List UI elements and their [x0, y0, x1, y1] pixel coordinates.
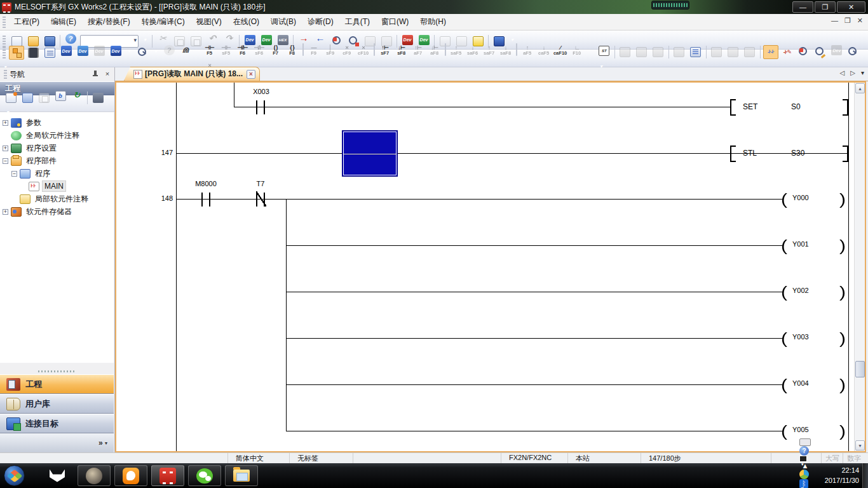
ladder-delete-hline-button[interactable]: ×cF9: [339, 43, 355, 58]
ladder-open-branch-button[interactable]: ⊣⊢sF5: [218, 43, 234, 58]
instruction-name[interactable]: STL: [743, 149, 757, 158]
ladder-pulse-open-button[interactable]: ↑saF5: [448, 43, 464, 58]
closed-contact-t7[interactable]: [256, 193, 265, 207]
restore-button[interactable]: ❐: [815, 1, 836, 13]
nav-connection-destination-button[interactable]: 连接目标: [0, 414, 114, 433]
taskbar-uc-browser-button[interactable]: [114, 465, 147, 486]
expand-toggle-icon[interactable]: [11, 196, 17, 202]
tree-item-device-memory[interactable]: +软元件存储器: [0, 205, 114, 218]
device-search-button[interactable]: [135, 46, 150, 60]
mdi-close-button[interactable]: ✕: [857, 17, 863, 25]
tree-item-main[interactable]: MAIN: [0, 180, 114, 193]
tray-window-icon[interactable]: [799, 456, 807, 462]
title-bar[interactable]: MELSOFT系列 GX Works2 (工程未设置) - [[PRG]读取 M…: [0, 0, 868, 14]
separator[interactable]: [516, 43, 517, 56]
separator[interactable]: [760, 46, 761, 58]
ladder-invert-falling-button[interactable]: ↓caF5: [536, 43, 552, 58]
cc-link-button[interactable]: Dev: [92, 44, 107, 58]
taskbar-wechat-button[interactable]: [188, 465, 221, 486]
ladder-pulse-falling-button[interactable]: ↓⊢sF8: [393, 43, 409, 58]
ladder-close-contact-button[interactable]: ⊣/⊢F6: [234, 43, 250, 58]
menu-tools[interactable]: 工具(T): [339, 15, 376, 29]
separator[interactable]: [302, 43, 304, 56]
menu-online[interactable]: 在线(O): [227, 15, 265, 29]
edit-cursor-cell[interactable]: [342, 130, 398, 177]
navigation-window-toggle-button[interactable]: [9, 46, 24, 60]
scroll-up-button[interactable]: ▲: [855, 83, 865, 93]
panel-resize-handle[interactable]: [0, 369, 114, 374]
scrollbar-thumb[interactable]: [855, 361, 865, 377]
separator[interactable]: [668, 46, 669, 58]
ladder-editor-canvas[interactable]: X003 SET S0 147 STL S30 148: [116, 83, 854, 451]
nav-refresh-button[interactable]: ↻: [69, 88, 85, 102]
clock[interactable]: 22:14 2017/11/30: [825, 465, 859, 485]
tree-item-pou[interactable]: −程序部件: [0, 154, 114, 167]
menu-debug[interactable]: 调试(B): [265, 15, 302, 29]
close-button[interactable]: ✕: [837, 1, 865, 13]
tree-item-parameter[interactable]: +参数: [0, 116, 114, 129]
tab-list-button[interactable]: ▾: [861, 69, 864, 76]
cross-reference-button[interactable]: ⋒: [178, 43, 193, 57]
zoom-button[interactable]: [846, 45, 861, 59]
write-mode-button[interactable]: [651, 45, 666, 59]
expand-toggle-icon[interactable]: −: [3, 158, 8, 164]
tab-scroll-left-button[interactable]: ◁: [840, 69, 845, 76]
note-edit-button[interactable]: [726, 45, 741, 59]
nav-paste-button[interactable]: [36, 91, 51, 105]
menu-project[interactable]: 工程(P): [8, 15, 45, 29]
expand-toggle-icon[interactable]: +: [3, 209, 8, 215]
menu-view[interactable]: 视图(V): [191, 15, 227, 29]
menu-help[interactable]: 帮助(H): [414, 15, 452, 29]
device-test-button[interactable]: [688, 45, 703, 59]
ladder-close-branch-button[interactable]: ⊣/⊢sF6: [251, 43, 267, 58]
panel-grip[interactable]: [4, 70, 7, 79]
insert-row-button[interactable]: [672, 45, 687, 59]
tree-item-local-device-comment[interactable]: 局部软元件注释: [0, 193, 114, 205]
close-panel-icon[interactable]: ×: [102, 69, 112, 79]
navigation-more-button[interactable]: » ▾: [0, 433, 114, 452]
mdi-restore-button[interactable]: ❐: [844, 17, 851, 25]
read-mode-button[interactable]: [634, 45, 649, 59]
nav-project-button[interactable]: 工程: [0, 374, 114, 394]
menu-edit[interactable]: 编辑(E): [45, 15, 82, 29]
vertical-scrollbar[interactable]: ▲ ▼: [854, 83, 865, 451]
separator[interactable]: [87, 92, 88, 104]
start-button[interactable]: [4, 465, 25, 486]
ladder-invert-rising-button[interactable]: ↑aF5: [519, 43, 535, 58]
nav-property-button[interactable]: b: [53, 89, 68, 103]
find-device-2-button[interactable]: [796, 45, 811, 59]
separator[interactable]: [614, 46, 615, 58]
ladder-delete-vline-button[interactable]: ×cF10: [355, 43, 371, 58]
nav-user-library-button[interactable]: 用户库: [0, 394, 114, 414]
separator[interactable]: [374, 43, 375, 56]
expand-toggle-icon[interactable]: +: [3, 146, 8, 151]
ladder-pulse-rising-branch-button[interactable]: ↑⊢aF7: [410, 43, 426, 58]
device-comment-button[interactable]: Dev: [58, 44, 74, 58]
instruction-operand[interactable]: S0: [791, 102, 801, 111]
mdi-minimize-button[interactable]: —: [831, 17, 838, 25]
expand-toggle-icon[interactable]: −: [11, 171, 17, 177]
tab-close-button[interactable]: ×: [247, 70, 255, 79]
taskbar-explorer-button[interactable]: [225, 465, 258, 486]
scroll-down-button[interactable]: ▼: [855, 440, 865, 451]
comment-edit-button[interactable]: [742, 45, 757, 59]
nav-copy-button[interactable]: [20, 91, 35, 105]
tray-keyboard-icon[interactable]: [799, 438, 811, 446]
ladder-open-contact-button[interactable]: ⊣⊢F5: [201, 43, 217, 58]
instruction-operand[interactable]: S30: [791, 149, 804, 158]
ladder-pulse-close-button[interactable]: ↓saF6: [465, 43, 480, 58]
ladder-coil-button[interactable]: ( )F7: [268, 43, 283, 58]
menu-convert-compile[interactable]: 转换/编译(C): [136, 15, 191, 29]
tray-help-icon[interactable]: ?: [799, 446, 809, 456]
menu-diagnostics[interactable]: 诊断(D): [302, 15, 339, 29]
find-replace-2-button[interactable]: [813, 45, 828, 59]
ladder-pulse-rising-button[interactable]: ↑⊢sF7: [377, 43, 393, 58]
taskbar-avatar-app-button[interactable]: [78, 465, 111, 486]
monitor-write-mode-button[interactable]: [780, 45, 795, 59]
ladder-branch-line-button[interactable]: ∟F10: [569, 43, 585, 58]
expand-toggle-icon[interactable]: [3, 133, 8, 139]
tree-item-global-device-comment[interactable]: 全局软元件注释: [0, 129, 114, 142]
device-display-2-button[interactable]: Dev: [829, 43, 844, 57]
ladder-pulse-open-branch-button[interactable]: ↑saF7: [481, 43, 497, 58]
inline-st-button[interactable]: ST: [597, 44, 612, 58]
